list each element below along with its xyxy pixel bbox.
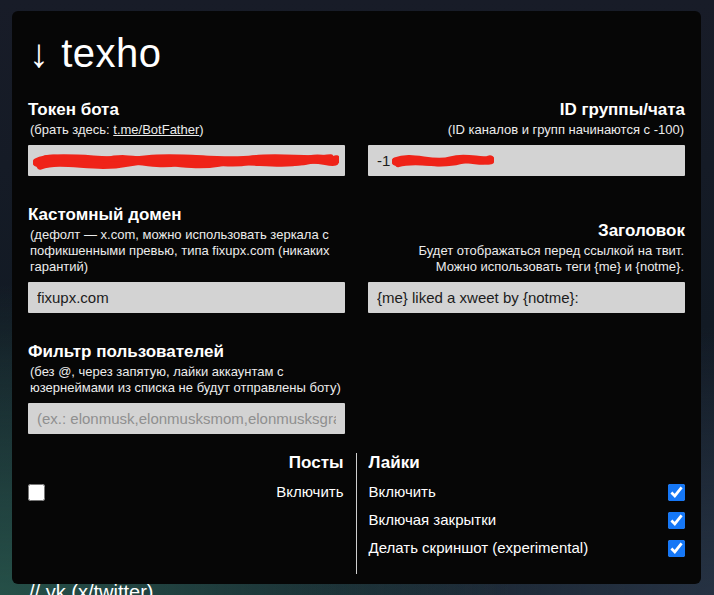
posts-section: Посты Включить — [28, 453, 357, 574]
token-input[interactable] — [28, 145, 345, 176]
down-arrow-icon: ↓ — [29, 31, 50, 75]
domain-label: Кастомный домен — [28, 205, 345, 225]
footer-prefix: // — [29, 581, 46, 595]
toggles-section: Посты Включить Лайки Включить Включая за… — [28, 453, 685, 574]
footer-mid: ( — [66, 581, 78, 595]
token-hint-suffix: ) — [199, 122, 203, 137]
author-link[interactable]: yk — [46, 581, 66, 595]
token-hint: (брать здесь: t.me/BotFather) — [28, 122, 345, 138]
domain-hint-line: пофикшенными превью, типа fixupx.com (ни… — [30, 243, 345, 259]
likes-closed-accounts-row: Включая закрытки — [369, 511, 686, 529]
domain-hint-line: гарантий) — [30, 259, 345, 275]
posts-heading: Посты — [28, 453, 344, 473]
chat-id-input[interactable]: -1 — [368, 145, 685, 176]
user-filter-hint: (без @, через запятую, лайки аккаунтам с… — [28, 364, 345, 396]
chat-id-visible-value: -1 — [377, 152, 390, 169]
footer-suffix: ) — [147, 581, 154, 595]
user-filter-input[interactable] — [28, 403, 345, 434]
likes-screenshot-checkbox[interactable] — [668, 540, 685, 557]
social-link[interactable]: x/twitter — [78, 581, 147, 595]
filter-hint-line: (без @, через запятую, лайки аккаунтам с — [30, 364, 345, 380]
app-title-text: texho — [61, 31, 161, 75]
likes-enable-row: Включить — [369, 483, 686, 501]
likes-section: Лайки Включить Включая закрытки Делать с… — [357, 453, 686, 574]
chat-id-hint: (ID каналов и групп начинаются с -100) — [368, 122, 685, 138]
filter-hint-line: юзернеймами из списка не будут отправлен… — [30, 380, 345, 396]
footer-credit: // yk (x/twitter) — [29, 581, 685, 595]
posts-enable-row: Включить — [28, 483, 344, 501]
likes-closed-accounts-label: Включая закрытки — [369, 511, 497, 529]
form-row-2: Кастомный домен (дефолт — x.com, можно и… — [28, 205, 685, 313]
page-title: ↓ texho — [29, 31, 685, 75]
likes-screenshot-label: Делать скриншот (experimental) — [369, 539, 589, 557]
chat-id-field: ID группы/чата (ID каналов и групп начин… — [368, 100, 685, 176]
settings-panel: ↓ texho Токен бота (брать здесь: t.me/Bo… — [12, 11, 701, 584]
domain-hint: (дефолт — x.com, можно использовать зерк… — [28, 227, 345, 275]
likes-heading: Лайки — [369, 453, 686, 473]
form-row-1: Токен бота (брать здесь: t.me/BotFather)… — [28, 100, 685, 176]
likes-enable-label: Включить — [369, 483, 436, 501]
header-template-hint: Будет отображаться перед ссылкой на твит… — [368, 243, 685, 275]
header-template-input[interactable] — [368, 282, 685, 313]
header-hint-line: Можно использовать теги {me} и {notme}. — [368, 259, 684, 275]
user-filter-field: Фильтр пользователей (без @, через запят… — [28, 342, 345, 434]
domain-field: Кастомный домен (дефолт — x.com, можно и… — [28, 205, 345, 313]
likes-enable-checkbox[interactable] — [668, 484, 685, 501]
posts-enable-label: Включить — [276, 483, 343, 501]
header-template-label: Заголовок — [368, 221, 685, 241]
botfather-link[interactable]: t.me/BotFather — [113, 122, 199, 137]
likes-closed-accounts-checkbox[interactable] — [668, 512, 685, 529]
redaction-scribble — [33, 149, 339, 172]
user-filter-label: Фильтр пользователей — [28, 342, 345, 362]
token-field: Токен бота (брать здесь: t.me/BotFather) — [28, 100, 345, 176]
domain-hint-line: (дефолт — x.com, можно использовать зерк… — [30, 227, 345, 243]
chat-id-label: ID группы/чата — [368, 100, 685, 120]
redaction-scribble — [392, 149, 494, 172]
token-hint-prefix: (брать здесь: — [30, 122, 113, 137]
posts-enable-checkbox[interactable] — [28, 484, 45, 501]
domain-input[interactable] — [28, 282, 345, 313]
form-row-3: Фильтр пользователей (без @, через запят… — [28, 342, 685, 434]
likes-screenshot-row: Делать скриншот (experimental) — [369, 539, 686, 557]
header-hint-line: Будет отображаться перед ссылкой на твит… — [368, 243, 684, 259]
token-label: Токен бота — [28, 100, 345, 120]
header-template-field: Заголовок Будет отображаться перед ссылк… — [368, 221, 685, 313]
